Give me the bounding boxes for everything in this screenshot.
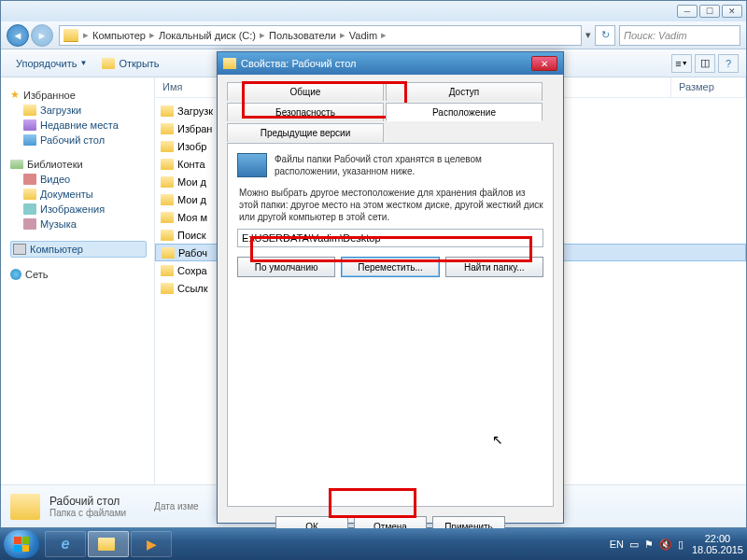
folder-icon — [161, 230, 174, 241]
column-size[interactable]: Размер — [671, 77, 746, 97]
folder-icon — [161, 283, 174, 294]
tab-panel-location: Файлы папки Рабочий стол хранятся в целе… — [227, 143, 554, 507]
breadcrumb[interactable]: Локальный диск (C:) — [156, 30, 259, 41]
picture-icon — [23, 203, 36, 215]
folder-icon — [161, 212, 174, 223]
sidebar-favorites[interactable]: ★Избранное — [10, 87, 154, 103]
window-titlebar: ─ ☐ ✕ — [1, 1, 746, 21]
computer-icon — [13, 244, 26, 255]
folder-icon — [23, 119, 36, 131]
tab-previous[interactable]: Предыдущие версии — [227, 123, 384, 142]
breadcrumb[interactable]: Vadim — [346, 30, 380, 41]
sidebar-item-music[interactable]: Музыка — [10, 217, 154, 231]
sidebar-item-network[interactable]: Сеть — [10, 267, 154, 282]
monitor-icon — [237, 153, 267, 177]
sidebar-item-documents[interactable]: Документы — [10, 187, 154, 202]
details-date-label: Дата изме — [154, 501, 199, 511]
organize-button[interactable]: Упорядочить▼ — [8, 54, 94, 73]
folder-icon — [10, 494, 40, 520]
back-button[interactable]: ◄ — [7, 24, 29, 47]
tab-general[interactable]: Общие — [227, 82, 384, 101]
folder-icon — [161, 105, 174, 117]
folder-icon — [161, 176, 174, 188]
tray-network-icon[interactable]: 🔇 — [659, 539, 672, 551]
forward-button[interactable]: ► — [31, 24, 53, 47]
start-button[interactable] — [4, 530, 39, 558]
folder-icon — [161, 194, 174, 205]
folder-icon — [98, 538, 115, 551]
library-icon — [10, 160, 23, 169]
sidebar-item-video[interactable]: Видео — [10, 172, 154, 187]
location-info-2: Можно выбрать другое местоположение для … — [239, 187, 543, 223]
refresh-icon: ↻ — [601, 29, 610, 41]
properties-dialog: Свойства: Рабочий стол ✕ Общие Доступ Бе… — [217, 51, 564, 524]
maximize-button[interactable]: ☐ — [699, 5, 720, 18]
sidebar-item-downloads[interactable]: Загрузки — [10, 103, 154, 118]
desktop-icon — [23, 134, 36, 146]
sidebar-item-recent[interactable]: Недавние места — [10, 118, 154, 133]
help-button[interactable]: ? — [718, 54, 739, 73]
star-icon: ★ — [10, 89, 20, 101]
nav-pane: ★Избранное Загрузки Недавние места Рабоч… — [1, 77, 155, 484]
search-input[interactable]: Поиск: Vadim — [619, 25, 740, 46]
location-path-input[interactable] — [237, 229, 543, 247]
folder-icon — [161, 123, 174, 134]
open-button[interactable]: Открыть — [94, 54, 166, 73]
view-options-button[interactable]: ≡▼ — [671, 54, 692, 73]
tray-volume-icon[interactable]: ▯ — [678, 539, 684, 551]
nav-bar: ◄ ► ▸ Компьютер▸ Локальный диск (C:)▸ По… — [1, 21, 746, 49]
sidebar-libraries[interactable]: Библиотеки — [10, 157, 154, 172]
video-icon — [23, 174, 36, 185]
taskbar-item-wmp[interactable]: ▶ — [131, 531, 172, 557]
taskbar-item-ie[interactable]: e — [45, 531, 86, 557]
restore-default-button[interactable]: По умолчанию — [237, 257, 335, 277]
folder-icon — [23, 105, 36, 116]
details-name: Рабочий стол — [49, 495, 126, 508]
location-info-1: Файлы папки Рабочий стол хранятся в целе… — [275, 153, 543, 177]
minimize-button[interactable]: ─ — [677, 5, 698, 18]
tab-location[interactable]: Расположение — [386, 103, 543, 121]
dialog-title: Свойства: Рабочий стол — [241, 58, 356, 69]
sidebar-item-desktop[interactable]: Рабочий стол — [10, 133, 154, 147]
document-icon — [23, 189, 36, 200]
ie-icon: e — [62, 536, 70, 553]
tray-clock[interactable]: 22:00 18.05.2015 — [692, 533, 743, 555]
breadcrumb[interactable]: Компьютер — [90, 30, 148, 41]
refresh-button[interactable]: ↻ — [595, 25, 615, 46]
folder-icon — [223, 58, 236, 69]
dialog-titlebar[interactable]: Свойства: Рабочий стол ✕ — [218, 52, 563, 75]
taskbar-item-explorer[interactable] — [88, 531, 129, 557]
tab-share[interactable]: Доступ — [386, 82, 543, 101]
wmp-icon: ▶ — [147, 537, 157, 552]
address-bar[interactable]: ▸ Компьютер▸ Локальный диск (C:)▸ Пользо… — [59, 25, 582, 46]
sidebar-item-computer[interactable]: Компьютер — [10, 241, 147, 258]
folder-icon — [161, 265, 174, 276]
folder-icon — [63, 29, 78, 42]
close-button[interactable]: ✕ — [722, 5, 742, 18]
system-tray[interactable]: EN ▭ ⚑ 🔇 ▯ 22:00 18.05.2015 — [607, 533, 743, 555]
details-type: Папка с файлами — [49, 508, 126, 518]
tray-flag-icon[interactable]: ▭ — [629, 539, 639, 551]
folder-icon — [162, 247, 175, 259]
tray-lang[interactable]: EN — [610, 539, 624, 550]
folder-icon — [161, 141, 174, 152]
folder-icon — [102, 58, 115, 69]
windows-logo-icon — [14, 537, 29, 552]
sidebar-item-pictures[interactable]: Изображения — [10, 202, 154, 217]
tab-strip: Общие Доступ Безопасность Расположение П… — [227, 82, 554, 144]
preview-pane-button[interactable]: ◫ — [695, 54, 715, 73]
taskbar: e ▶ EN ▭ ⚑ 🔇 ▯ 22:00 18.05.2015 — [0, 528, 747, 560]
breadcrumb[interactable]: Пользователи — [266, 30, 339, 41]
folder-icon — [161, 159, 174, 170]
dialog-close-button[interactable]: ✕ — [531, 56, 557, 71]
network-icon — [10, 269, 21, 280]
move-button[interactable]: Переместить... — [341, 257, 439, 277]
tab-security[interactable]: Безопасность — [227, 103, 384, 121]
music-icon — [23, 218, 36, 230]
find-target-button[interactable]: Найти папку... — [445, 257, 543, 277]
tray-action-center-icon[interactable]: ⚑ — [644, 539, 654, 551]
